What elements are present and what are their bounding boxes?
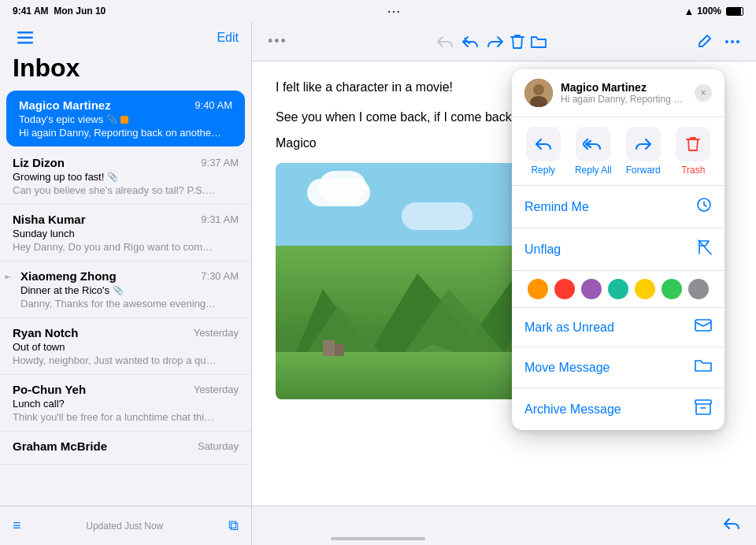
- swatch-red[interactable]: [554, 279, 575, 299]
- reply-all-popup-button[interactable]: Reply All: [569, 127, 619, 176]
- mail-preview: Can you believe she's already so tall? P…: [13, 184, 217, 196]
- mail-time: 9:37 AM: [201, 157, 239, 169]
- list-item[interactable]: Liz Dizon 9:37 AM Growing up too fast! 📎…: [0, 148, 251, 205]
- right-pane: •••: [252, 22, 756, 545]
- list-item[interactable]: ⇤ Xiaomeng Zhong 7:30 AM Dinner at the R…: [0, 261, 251, 318]
- list-item[interactable]: Graham McBride Saturday: [0, 432, 251, 465]
- mail-time: Saturday: [198, 440, 239, 452]
- swatch-teal[interactable]: [608, 279, 628, 299]
- right-footer: [252, 506, 756, 545]
- status-center-dots: •••: [388, 8, 402, 15]
- sender-name: Liz Dizon: [13, 156, 65, 169]
- trash-label: Trash: [681, 165, 705, 176]
- left-header: Edit: [0, 22, 251, 54]
- mail-preview: Danny, Thanks for the awesome evening! I…: [13, 298, 217, 310]
- close-button[interactable]: ×: [695, 84, 712, 102]
- pane-container: Edit Inbox Magico Martinez 9:40 AM Today…: [0, 22, 756, 545]
- toolbar-left-actions: •••: [268, 33, 287, 50]
- archive-message-icon: [695, 399, 712, 419]
- sender-name: Po-Chun Yeh: [13, 383, 86, 396]
- toolbar-dots: •••: [268, 33, 287, 50]
- unflag-item[interactable]: Unflag: [512, 228, 724, 271]
- remind-me-icon: [696, 197, 712, 217]
- swatch-gray[interactable]: [688, 279, 709, 299]
- mail-subject: Growing up too fast! 📎: [13, 171, 239, 183]
- reply-footer-button[interactable]: [723, 516, 740, 536]
- wifi-icon: ▲: [684, 6, 694, 17]
- mail-list: Magico Martinez 9:40 AM Today's epic vie…: [0, 89, 251, 506]
- archive-message-item[interactable]: Archive Message: [512, 388, 724, 430]
- compose-button[interactable]: [696, 34, 712, 50]
- more-button[interactable]: [724, 39, 740, 44]
- archive-message-label: Archive Message: [524, 402, 621, 417]
- remind-me-item[interactable]: Remind Me: [512, 186, 724, 228]
- context-actions-row: Reply Reply All: [512, 117, 724, 186]
- trash-popup-button[interactable]: Trash: [669, 127, 719, 176]
- battery-icon: 100%: [697, 6, 721, 17]
- remind-me-label: Remind Me: [524, 200, 589, 214]
- battery-bar: [726, 7, 743, 16]
- mail-subject: Dinner at the Rico's 📎: [13, 284, 239, 296]
- move-message-label: Move Message: [524, 361, 610, 375]
- mail-preview: Hi again Danny, Reporting back on anothe…: [19, 127, 224, 139]
- svg-point-3: [725, 40, 728, 43]
- status-bar: 9:41 AM Mon Jun 10 ••• ▲ 100%: [0, 0, 756, 22]
- edit-button[interactable]: Edit: [217, 31, 239, 45]
- forward-popup-button[interactable]: Forward: [618, 127, 669, 176]
- forward-button[interactable]: [487, 35, 504, 49]
- context-sender-preview: Hi again Danny, Reporting back o...: [561, 94, 687, 105]
- sender-name: Ryan Notch: [13, 326, 78, 339]
- swatch-green[interactable]: [662, 279, 682, 299]
- app-container: Edit Inbox Magico Martinez 9:40 AM Today…: [0, 22, 756, 545]
- mail-subject: Sunday lunch: [13, 228, 239, 239]
- svg-point-4: [731, 40, 734, 43]
- status-right: ▲ 100%: [684, 6, 743, 17]
- stack-icon[interactable]: ⧉: [228, 517, 239, 534]
- sender-name: Graham McBride: [13, 439, 107, 453]
- svg-point-5: [736, 40, 739, 43]
- mail-preview: Howdy, neighbor, Just wanted to drop a q…: [13, 354, 217, 366]
- reply-all-icon: [576, 127, 610, 161]
- mail-preview: Hey Danny, Do you and Rigo want to come …: [13, 241, 217, 253]
- status-time: 9:41 AM Mon Jun 10: [13, 6, 106, 17]
- context-sender-name: Magico Martinez: [561, 81, 687, 94]
- move-message-item[interactable]: Move Message: [512, 347, 724, 388]
- trash-icon: [676, 127, 710, 161]
- mail-subject: Today's epic views 📎: [19, 113, 232, 125]
- reply-label: Reply: [531, 165, 555, 176]
- reply-back-button[interactable]: [436, 35, 454, 49]
- mail-preview: Think you'll be free for a lunchtime cha…: [13, 411, 217, 423]
- sidebar-toggle-button[interactable]: [13, 28, 38, 47]
- folder-button[interactable]: [531, 35, 547, 49]
- svg-rect-13: [695, 320, 711, 331]
- attachment-icon: 📎: [107, 172, 118, 182]
- svg-point-10: [533, 84, 544, 95]
- attachment-icon: 📎: [113, 285, 124, 295]
- mark-unread-icon: [695, 319, 712, 336]
- reply-all-label: Reply All: [575, 165, 612, 176]
- context-menu: Magico Martinez Hi again Danny, Reportin…: [512, 69, 724, 430]
- mail-subject: Lunch call?: [13, 398, 239, 410]
- mail-subject: Out of town: [13, 341, 239, 353]
- inbox-title: Inbox: [0, 54, 251, 89]
- mark-unread-label: Mark as Unread: [524, 321, 614, 335]
- svg-rect-1: [17, 37, 33, 39]
- filter-icon[interactable]: ≡: [13, 517, 21, 534]
- toolbar-right-actions: [696, 34, 740, 50]
- list-item[interactable]: Ryan Notch Yesterday Out of town Howdy, …: [0, 318, 251, 375]
- swatch-purple[interactable]: [581, 279, 602, 299]
- reply-all-button[interactable]: [460, 35, 480, 49]
- sender-name: Nisha Kumar: [13, 213, 86, 226]
- reply-button[interactable]: Reply: [518, 127, 569, 176]
- list-item[interactable]: Nisha Kumar 9:31 AM Sunday lunch Hey Dan…: [0, 205, 251, 261]
- flag-icon: [120, 116, 128, 124]
- list-item[interactable]: Po-Chun Yeh Yesterday Lunch call? Think …: [0, 375, 251, 432]
- list-item[interactable]: Magico Martinez 9:40 AM Today's epic vie…: [6, 91, 245, 146]
- mail-time: 9:40 AM: [195, 99, 232, 111]
- swatch-orange[interactable]: [528, 279, 548, 299]
- svg-rect-2: [17, 42, 33, 44]
- mark-unread-item[interactable]: Mark as Unread: [512, 308, 724, 347]
- right-toolbar: •••: [252, 22, 756, 61]
- trash-button[interactable]: [510, 34, 524, 50]
- swatch-yellow[interactable]: [635, 279, 655, 299]
